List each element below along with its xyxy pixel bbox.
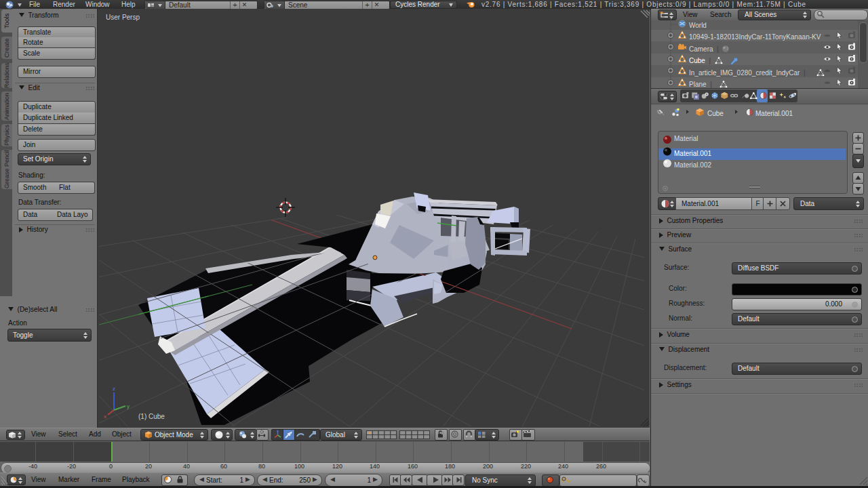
svg-text:x: x bbox=[104, 413, 106, 420]
svg-text:y: y bbox=[127, 403, 130, 409]
svg-text:z: z bbox=[113, 386, 115, 392]
